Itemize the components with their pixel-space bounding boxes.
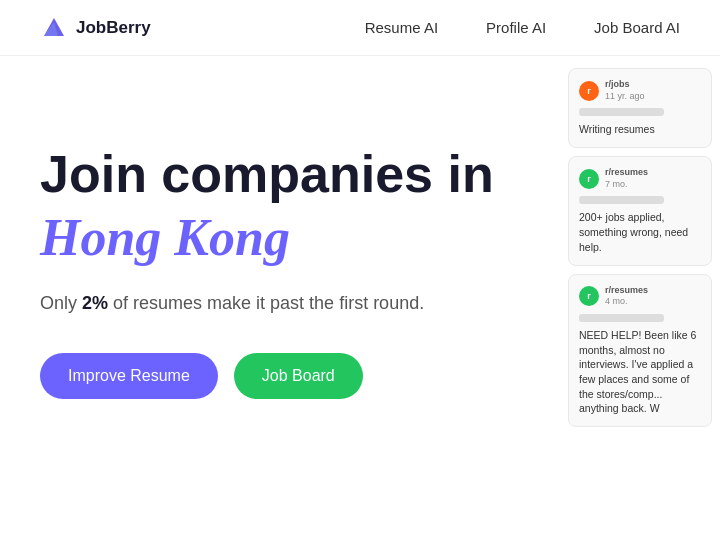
reddit-avatar-3: r [579, 286, 599, 306]
hero-sub-percent: 2% [82, 293, 108, 313]
nav-links: Resume AI Profile AI Job Board AI [365, 19, 680, 37]
reddit-card-3-header: r r/resumes 4 mo. [579, 285, 701, 308]
nav-profile-ai[interactable]: Profile AI [486, 19, 546, 36]
hero-sub-prefix: Only [40, 293, 82, 313]
job-board-button[interactable]: Job Board [234, 353, 363, 399]
reddit-meta-2: r/resumes 7 mo. [605, 167, 648, 190]
reddit-meta-1: r/jobs 11 yr. ago [605, 79, 645, 102]
nav-resume-ai[interactable]: Resume AI [365, 19, 438, 36]
hero-section: Join companies in Hong Kong Only 2% of r… [40, 96, 600, 540]
reddit-sub-2: r/resumes [605, 167, 648, 179]
reddit-card-2-header: r r/resumes 7 mo. [579, 167, 701, 190]
hero-subtext: Only 2% of resumes make it past the firs… [40, 290, 600, 317]
cta-buttons: Improve Resume Job Board [40, 353, 600, 399]
reddit-avatar-1: r [579, 81, 599, 101]
reddit-card-1-header: r r/jobs 11 yr. ago [579, 79, 701, 102]
reddit-body-1: Writing resumes [579, 122, 701, 137]
main-content: Join companies in Hong Kong Only 2% of r… [0, 56, 720, 540]
reddit-time-1: 11 yr. ago [605, 91, 645, 101]
nav-job-board-ai[interactable]: Job Board AI [594, 19, 680, 36]
reddit-blurred-2 [579, 196, 664, 204]
reddit-time-3: 4 mo. [605, 296, 628, 306]
reddit-panel: r r/jobs 11 yr. ago Writing resumes r r/… [560, 56, 720, 540]
logo-icon [40, 14, 68, 42]
hero-city: Hong Kong [40, 207, 600, 269]
improve-resume-button[interactable]: Improve Resume [40, 353, 218, 399]
reddit-card-1: r r/jobs 11 yr. ago Writing resumes [568, 68, 712, 148]
logo-area[interactable]: JobBerry [40, 14, 151, 42]
reddit-card-2: r r/resumes 7 mo. 200+ jobs applied, som… [568, 156, 712, 265]
reddit-sub-1: r/jobs [605, 79, 645, 91]
reddit-meta-3: r/resumes 4 mo. [605, 285, 648, 308]
hero-sub-suffix: of resumes make it past the first round. [108, 293, 424, 313]
reddit-card-3: r r/resumes 4 mo. NEED HELP! Been like 6… [568, 274, 712, 428]
reddit-body-3: NEED HELP! Been like 6 months, almost no… [579, 328, 701, 416]
reddit-body-2: 200+ jobs applied, something wrong, need… [579, 210, 701, 254]
navbar: JobBerry Resume AI Profile AI Job Board … [0, 0, 720, 56]
reddit-sub-3: r/resumes [605, 285, 648, 297]
reddit-avatar-2: r [579, 169, 599, 189]
reddit-time-2: 7 mo. [605, 179, 628, 189]
reddit-blurred-3 [579, 314, 664, 322]
logo-text: JobBerry [76, 18, 151, 38]
reddit-blurred-1 [579, 108, 664, 116]
hero-heading-line1: Join companies in [40, 146, 600, 203]
